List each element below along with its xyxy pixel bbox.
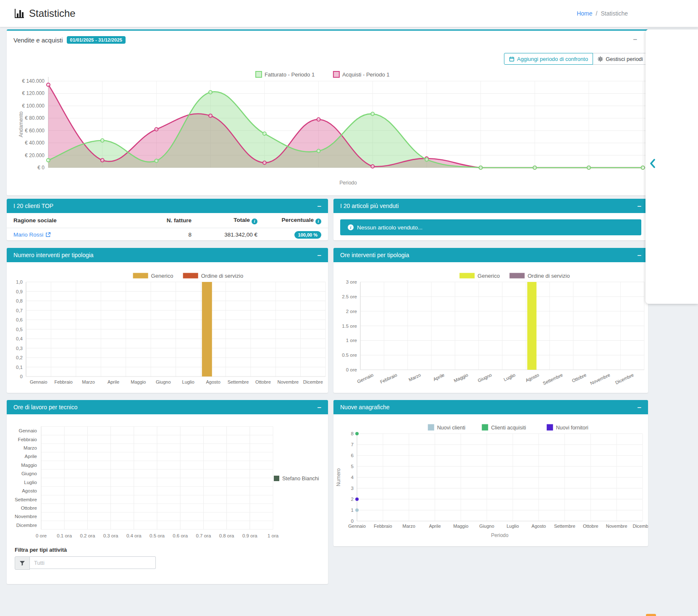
svg-text:0.4 ora: 0.4 ora [126, 533, 142, 538]
vendite-acquisti-chart[interactable]: € 0€ 20.000€ 40.000€ 60.000€ 80.000€ 100… [7, 68, 648, 195]
svg-text:0.1 ora: 0.1 ora [57, 533, 72, 538]
svg-text:0.3 ora: 0.3 ora [103, 533, 118, 538]
articoli-minimize-button[interactable]: – [638, 203, 641, 210]
clienti-table-header-row: Ragione sociale N. fatture Totalei Perce… [7, 213, 328, 228]
svg-text:0: 0 [351, 519, 354, 524]
svg-text:Aprile: Aprile [432, 372, 445, 382]
totale-info-icon[interactable]: i [252, 218, 257, 224]
svg-text:Maggio: Maggio [131, 379, 146, 384]
panel-clienti-top: I 20 clienti TOP – Ragione sociale N. fa… [7, 199, 328, 240]
svg-text:Gennaio: Gennaio [348, 524, 366, 529]
svg-text:€ 40.000: € 40.000 [25, 140, 45, 146]
svg-text:0 ore: 0 ore [36, 533, 47, 538]
svg-text:Periodo: Periodo [339, 180, 357, 186]
client-link[interactable]: Mario Rossi [13, 232, 51, 238]
svg-text:2.5 ore: 2.5 ore [342, 294, 357, 299]
filter-activity-label: Filtra per tipi attività [15, 547, 67, 553]
numero-panel-header: Numero interventi per tipologia – [7, 248, 328, 262]
svg-text:1 ore: 1 ore [346, 338, 357, 343]
breadcrumb-current: Statistiche [601, 10, 628, 17]
add-comparison-period-button[interactable]: Aggiungi periodo di confronto [504, 53, 593, 65]
clienti-minimize-button[interactable]: – [318, 203, 321, 210]
col-n-fatture: N. fatture [145, 213, 198, 228]
svg-text:8: 8 [351, 431, 354, 436]
svg-text:Agosto: Agosto [22, 488, 37, 493]
svg-text:1.5 ore: 1.5 ore [342, 324, 357, 329]
add-comparison-period-label: Aggiungi periodo di confronto [517, 56, 588, 62]
svg-text:Marzo: Marzo [82, 379, 95, 384]
svg-text:Stefano Bianchi: Stefano Bianchi [282, 476, 319, 482]
numero-interventi-chart[interactable]: 1,00,90,80,70,60,50,40,30,20,10GennaioFe… [7, 266, 328, 388]
chevron-left-icon[interactable] [649, 159, 656, 168]
filter-activity-group [15, 556, 156, 570]
ore-minimize-button[interactable]: – [638, 252, 641, 259]
svg-text:Febbraio: Febbraio [379, 372, 398, 384]
svg-text:Ordine di servizio: Ordine di servizio [527, 273, 569, 279]
svg-text:1,0: 1,0 [16, 279, 23, 284]
svg-text:Agosto: Agosto [206, 379, 220, 384]
svg-text:Ottobre: Ottobre [571, 372, 587, 383]
svg-text:3: 3 [351, 486, 354, 491]
svg-text:Generico: Generico [478, 273, 500, 279]
svg-text:1 ora: 1 ora [268, 533, 279, 538]
nuove-anagrafiche-chart[interactable]: 012345678GennaioFebbraioMarzoAprileMaggi… [333, 419, 648, 546]
svg-text:Gennaio: Gennaio [30, 379, 47, 384]
svg-text:Giugno: Giugno [21, 471, 37, 476]
svg-text:0.5 ora: 0.5 ora [150, 533, 165, 538]
client-fatture-value: 8 [145, 228, 198, 240]
svg-text:0.7 ora: 0.7 ora [196, 533, 211, 538]
svg-text:0,4: 0,4 [16, 336, 23, 341]
anagrafiche-panel-title: Nuove anagrafiche [340, 404, 390, 411]
filter-activity-input[interactable] [30, 556, 156, 569]
svg-text:Agosto: Agosto [532, 524, 546, 529]
vendite-minimize-button[interactable]: – [633, 36, 637, 43]
svg-text:Aprile: Aprile [25, 454, 37, 459]
ore-panel-header: Ore interventi per tipologia – [333, 248, 648, 262]
manage-periods-button[interactable]: Gestisci periodi [593, 53, 648, 65]
no-articles-message: Nessun articolo venduto... [357, 224, 422, 231]
ore-interventi-chart[interactable]: 3 ore2.5 ore2 ore1.5 ore1 ore0.5 ore0 or… [333, 266, 648, 388]
svg-text:Acquisti - Periodo 1: Acquisti - Periodo 1 [342, 71, 390, 78]
svg-text:3 ore: 3 ore [346, 279, 357, 284]
clienti-table: Ragione sociale N. fatture Totalei Perce… [7, 213, 328, 240]
col-totale-label: Totale [234, 217, 250, 223]
svg-text:5: 5 [351, 464, 354, 469]
svg-text:Ottobre: Ottobre [21, 505, 37, 511]
filter-button[interactable] [15, 556, 30, 570]
panel-ore-interventi: Ore interventi per tipologia – 3 ore2.5 … [333, 248, 648, 393]
breadcrumb-home-link[interactable]: Home [577, 10, 592, 17]
svg-text:Maggio: Maggio [453, 524, 468, 529]
svg-text:0,2: 0,2 [16, 355, 23, 360]
svg-text:0.2 ora: 0.2 ora [80, 533, 95, 538]
svg-text:Novembre: Novembre [606, 524, 627, 529]
gear-icon [598, 56, 603, 62]
svg-text:€ 100.000: € 100.000 [22, 103, 45, 109]
svg-text:Giugno: Giugno [479, 524, 494, 529]
svg-text:Settembre: Settembre [554, 524, 575, 529]
percentuale-info-icon[interactable]: i [315, 218, 321, 224]
lavoro-panel-title: Ore di lavoro per tecnico [13, 404, 78, 411]
col-totale: Totalei [198, 213, 264, 228]
clienti-panel-header: I 20 clienti TOP – [7, 199, 328, 213]
svg-text:0,8: 0,8 [16, 298, 23, 303]
ore-lavoro-chart[interactable]: 0 ore0.1 ora0.2 ora0.3 ora0.4 ora0.5 ora… [7, 421, 328, 543]
svg-text:0 ore: 0 ore [346, 367, 357, 372]
svg-text:Marzo: Marzo [402, 524, 415, 529]
svg-text:Agosto: Agosto [525, 372, 540, 383]
svg-text:2: 2 [351, 497, 354, 502]
numero-minimize-button[interactable]: – [318, 252, 321, 259]
svg-text:0,5: 0,5 [16, 327, 23, 332]
anagrafiche-minimize-button[interactable]: – [638, 404, 641, 411]
breadcrumb: Home / Statistiche [577, 10, 628, 17]
right-drawer-panel [646, 29, 698, 304]
svg-text:Febbraio: Febbraio [374, 524, 392, 529]
lavoro-minimize-button[interactable]: – [318, 404, 321, 411]
calendar-icon [509, 56, 514, 62]
no-articles-alert: i Nessun articolo venduto... [340, 219, 641, 235]
svg-text:Dicembre: Dicembre [16, 523, 37, 528]
vendite-toolbar: Aggiungi periodo di confronto Gestisci p… [504, 53, 648, 65]
col-percentuale-label: Percentuale [281, 217, 314, 223]
svg-text:Gennaio: Gennaio [356, 372, 374, 384]
svg-text:0,1: 0,1 [16, 365, 23, 370]
panel-ore-lavoro-tecnico: Ore di lavoro per tecnico – 0 ore0.1 ora… [7, 400, 328, 584]
